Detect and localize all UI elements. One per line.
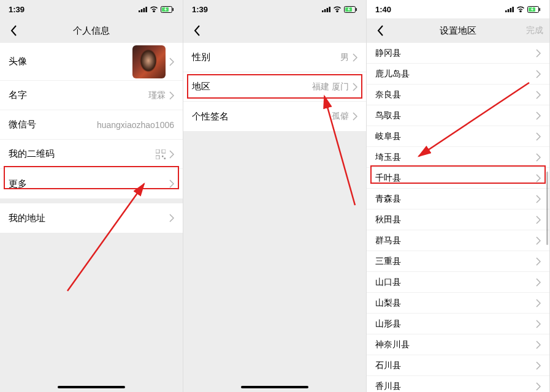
region-label: 神奈川县	[375, 339, 410, 350]
svg-rect-15	[327, 8, 329, 12]
row-right	[536, 341, 541, 349]
region-item[interactable]: 山梨县	[367, 293, 549, 314]
region-label: 青森县	[375, 194, 401, 205]
row-region[interactable]: 地区 福建 厦门	[183, 72, 366, 102]
row-value: 孤僻	[332, 111, 349, 122]
back-button[interactable]	[189, 23, 204, 38]
row-right	[536, 257, 541, 266]
row-more[interactable]: 更多	[0, 169, 183, 198]
row-label: 地区	[192, 81, 210, 92]
header: 设置地区 完成	[367, 18, 549, 43]
region-label: 埼玉县	[375, 152, 401, 163]
page-title: 个人信息	[73, 25, 110, 37]
chevron-right-icon	[169, 150, 174, 159]
home-indicator[interactable]	[58, 386, 125, 388]
row-right	[536, 320, 541, 328]
row-gender[interactable]: 性别 男	[183, 43, 366, 72]
svg-rect-14	[324, 9, 326, 12]
chevron-right-icon	[353, 53, 357, 62]
row-bio[interactable]: 个性签名 孤僻	[183, 102, 366, 131]
battery-icon	[161, 6, 174, 13]
chevron-right-icon	[536, 49, 541, 58]
row-name[interactable]: 名字 瑾霖	[0, 81, 183, 110]
statusbar-right	[322, 6, 357, 13]
scrollbar[interactable]	[546, 172, 548, 245]
region-item[interactable]: 千叶县	[367, 168, 549, 189]
region-item[interactable]: 香川县	[367, 376, 549, 392]
region-item[interactable]: 岐阜县	[367, 126, 549, 147]
row-right: 瑾霖	[148, 90, 174, 101]
chevron-right-icon	[536, 236, 541, 245]
region-item[interactable]: 石川县	[367, 355, 549, 376]
chevron-right-icon	[353, 83, 357, 91]
svg-rect-23	[510, 8, 512, 12]
region-item[interactable]: 群马县	[367, 230, 549, 251]
row-right	[536, 111, 541, 120]
region-item[interactable]: 埼玉县	[367, 147, 549, 168]
svg-rect-0	[139, 10, 140, 12]
row-right: 男	[340, 52, 357, 63]
back-button[interactable]	[373, 23, 388, 38]
chevron-right-icon	[536, 278, 541, 287]
region-item[interactable]: 鹿儿岛县	[367, 64, 549, 85]
page-title: 设置地区	[440, 25, 476, 37]
row-value: huangxiaozhao1006	[97, 120, 174, 130]
wifi-icon	[150, 6, 158, 12]
svg-rect-1	[141, 9, 143, 12]
chevron-right-icon	[353, 112, 357, 121]
svg-rect-10	[162, 156, 164, 157]
wifi-icon	[516, 6, 525, 12]
row-label: 性别	[192, 51, 210, 63]
region-item[interactable]: 三重县	[367, 251, 549, 272]
region-item[interactable]: 山形县	[367, 314, 549, 334]
svg-rect-2	[143, 8, 145, 12]
signal-icon	[505, 6, 514, 12]
row-address[interactable]: 我的地址	[0, 203, 183, 233]
statusbar: 1:39	[0, 0, 183, 18]
row-label: 更多	[9, 178, 27, 190]
chevron-right-icon	[536, 257, 541, 266]
region-label: 静冈县	[375, 48, 401, 59]
region-list[interactable]: 静冈县鹿儿岛县奈良县鸟取县岐阜县埼玉县千叶县青森县秋田县群马县三重县山口县山梨县…	[367, 43, 549, 392]
row-right	[536, 236, 541, 245]
region-item[interactable]: 秋田县	[367, 209, 549, 230]
more-list: 性别 男 地区 福建 厦门 个性签名 孤僻	[183, 43, 366, 131]
qrcode-icon	[156, 149, 166, 159]
row-wxid[interactable]: 微信号 huangxiaozhao1006	[0, 110, 183, 140]
row-value: 瑾霖	[148, 90, 166, 101]
back-button[interactable]	[6, 23, 21, 38]
statusbar: 1:40	[367, 0, 549, 18]
row-label: 个性签名	[192, 111, 229, 123]
chevron-right-icon	[169, 179, 174, 188]
region-item[interactable]: 奈良县	[367, 85, 549, 105]
row-right	[536, 195, 541, 203]
region-item[interactable]: 山口县	[367, 272, 549, 293]
row-right	[536, 382, 541, 391]
chevron-right-icon	[536, 132, 541, 141]
region-label: 鸟取县	[375, 110, 401, 121]
profile-list-2: 我的地址	[0, 203, 183, 233]
row-avatar[interactable]: 头像	[0, 43, 183, 81]
row-right	[536, 153, 541, 162]
region-item[interactable]: 青森县	[367, 189, 549, 209]
region-label: 石川县	[375, 360, 401, 371]
chevron-right-icon	[536, 195, 541, 203]
header: 个人信息	[0, 18, 183, 43]
chevron-right-icon	[536, 174, 541, 183]
chevron-right-icon	[536, 382, 541, 391]
region-item[interactable]: 静冈县	[367, 43, 549, 64]
home-indicator[interactable]	[241, 386, 308, 388]
svg-rect-8	[162, 149, 166, 153]
row-right	[132, 45, 174, 78]
row-qrcode[interactable]: 我的二维码	[0, 140, 183, 169]
region-label: 群马县	[375, 235, 401, 246]
chevron-right-icon	[169, 91, 174, 100]
region-item[interactable]: 鸟取县	[367, 105, 549, 126]
chevron-right-icon	[536, 111, 541, 120]
battery-icon	[527, 6, 541, 13]
chevron-right-icon	[536, 153, 541, 162]
svg-rect-22	[508, 9, 510, 12]
region-label: 香川县	[375, 381, 401, 392]
region-item[interactable]: 神奈川县	[367, 334, 549, 355]
done-button[interactable]: 完成	[526, 25, 543, 36]
